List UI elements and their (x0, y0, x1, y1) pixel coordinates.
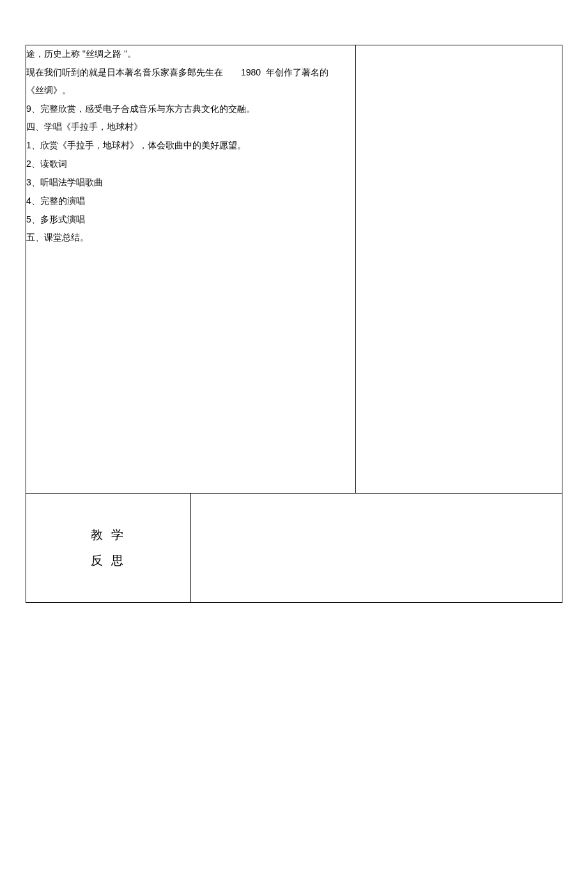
number-text: 5 (26, 214, 31, 224)
text-segment: 、欣赏《手拉手，地球村》，体会歌曲中的美好愿望。 (31, 141, 246, 150)
text-segment: 、完整的演唱 (31, 196, 85, 206)
content-line: 五、课堂总结。 (26, 229, 355, 247)
content-line: 四、学唱《手拉手，地球村》 (26, 118, 355, 136)
text-segment: 年创作了著名的 (263, 68, 329, 77)
reflection-label-line2: 反 思 (26, 548, 190, 573)
number-text: 1980 (241, 67, 263, 77)
lesson-content: 途，历史上称 "丝绸之路 "。现在我们听到的就是日本著名音乐家喜多郎先生在 19… (26, 45, 355, 247)
right-empty-cell (356, 45, 562, 494)
content-line: 现在我们听到的就是日本著名音乐家喜多郎先生在 1980 年创作了著名的 (26, 63, 355, 82)
page: 途，历史上称 "丝绸之路 "。现在我们听到的就是日本著名音乐家喜多郎先生在 19… (0, 0, 588, 888)
content-line: 5、多形式演唱 (26, 210, 355, 229)
number-text: 4 (26, 196, 31, 206)
content-line: 途，历史上称 "丝绸之路 "。 (26, 45, 355, 63)
content-line: 1、欣赏《手拉手，地球村》，体会歌曲中的美好愿望。 (26, 136, 355, 155)
number-text: 1 (26, 140, 31, 150)
lesson-table: 途，历史上称 "丝绸之路 "。现在我们听到的就是日本著名音乐家喜多郎先生在 19… (26, 45, 562, 603)
content-line: 9、完整欣赏，感受电子合成音乐与东方古典文化的交融。 (26, 100, 355, 118)
text-segment: 现在我们听到的就是日本著名音乐家喜多郎先生在 (26, 68, 241, 77)
number-text: 3 (26, 177, 31, 187)
content-row: 途，历史上称 "丝绸之路 "。现在我们听到的就是日本著名音乐家喜多郎先生在 19… (26, 45, 562, 494)
reflection-label-line1: 教 学 (26, 522, 190, 548)
text-segment: 、听唱法学唱歌曲 (31, 178, 103, 187)
text-segment: 、多形式演唱 (31, 215, 85, 224)
content-line: 2、读歌词 (26, 155, 355, 173)
reflection-content-cell (191, 494, 562, 603)
number-text: 9 (26, 104, 31, 114)
number-text: 2 (26, 159, 31, 169)
reflection-row: 教 学 反 思 (26, 494, 562, 603)
content-line: 3、听唱法学唱歌曲 (26, 173, 355, 192)
text-segment: 、读歌词 (31, 159, 67, 169)
text-segment: 、完整欣赏，感受电子合成音乐与东方古典文化的交融。 (31, 104, 255, 114)
content-line: 《丝绸》。 (26, 82, 355, 100)
lesson-content-cell: 途，历史上称 "丝绸之路 "。现在我们听到的就是日本著名音乐家喜多郎先生在 19… (26, 45, 356, 494)
content-line: 4、完整的演唱 (26, 192, 355, 210)
reflection-label-cell: 教 学 反 思 (26, 494, 191, 603)
